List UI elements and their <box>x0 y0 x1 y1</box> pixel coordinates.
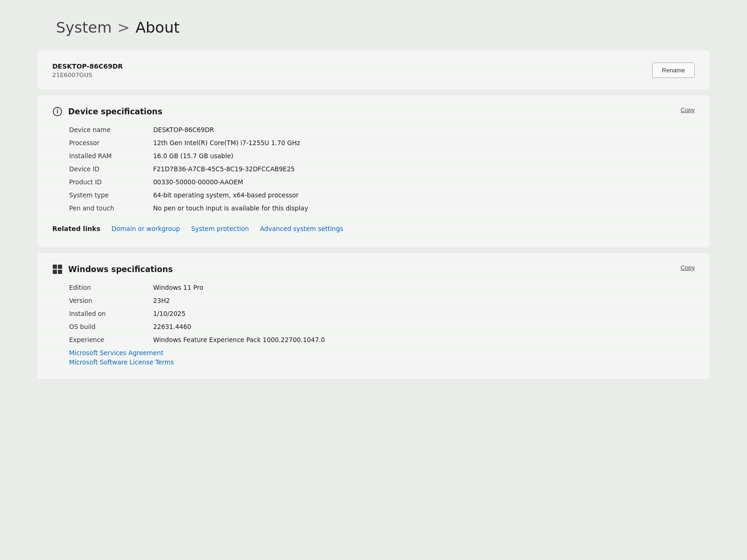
device-specs-table: Device nameDESKTOP-86C69DRProcessor12th … <box>52 126 695 212</box>
spec-row: EditionWindows 11 Pro <box>69 284 695 291</box>
spec-row: Version23H2 <box>69 297 695 304</box>
related-links-container: Domain or workgroupSystem protectionAdva… <box>112 225 343 232</box>
spec-label: Installed on <box>69 310 153 317</box>
device-specs-card: Copy i Device specifications Device name… <box>37 95 710 247</box>
spec-value: DESKTOP-86C69DR <box>153 126 214 133</box>
spec-label: Installed RAM <box>69 152 153 160</box>
ms-link[interactable]: Microsoft Software License Terms <box>69 358 695 366</box>
copy-windows-specs-button[interactable]: Copy <box>681 264 695 271</box>
spec-row: Pen and touchNo pen or touch input is av… <box>69 204 695 212</box>
breadcrumb-separator: > <box>117 19 130 36</box>
spec-value: 16.0 GB (15.7 GB usable) <box>153 152 233 160</box>
breadcrumb-system: System <box>56 19 112 36</box>
breadcrumb-about: About <box>135 19 180 36</box>
spec-value: 22631.4460 <box>153 323 191 330</box>
spec-value: 00330-50000-00000-AAOEM <box>153 178 243 186</box>
windows-specs-card: Copy Windows specifications EditionWindo… <box>37 253 710 379</box>
spec-label: Device name <box>69 126 153 133</box>
related-link[interactable]: Advanced system settings <box>260 225 343 232</box>
spec-label: Pen and touch <box>69 204 153 212</box>
windows-specs-title: Windows specifications <box>68 265 173 274</box>
spec-value: 12th Gen Intel(R) Core(TM) i7-1255U 1.70… <box>153 139 300 147</box>
spec-label: Device ID <box>69 165 153 173</box>
spec-value: No pen or touch input is available for t… <box>153 204 308 212</box>
spec-row: OS build22631.4460 <box>69 323 695 330</box>
windows-specs-table: EditionWindows 11 ProVersion23H2Installe… <box>52 284 695 343</box>
spec-label: Processor <box>69 139 153 147</box>
spec-row: System type64-bit operating system, x64-… <box>69 191 695 199</box>
spec-label: System type <box>69 191 153 199</box>
spec-value: F21D7B36-A7CB-45C5-8C19-32DFCCAB9E25 <box>153 165 295 173</box>
spec-value: 1/10/2025 <box>153 310 185 317</box>
spec-row: Installed RAM16.0 GB (15.7 GB usable) <box>69 152 695 160</box>
spec-label: OS build <box>69 323 153 330</box>
ms-link[interactable]: Microsoft Services Agreement <box>69 349 695 357</box>
related-link[interactable]: Domain or workgroup <box>112 225 180 232</box>
device-specs-header: i Device specifications <box>52 106 695 117</box>
spec-value: 23H2 <box>153 297 170 304</box>
content-area: DESKTOP-86C69DR 21E6007GUS Rename Copy i… <box>0 46 747 403</box>
windows-specs-header: Windows specifications <box>52 264 695 274</box>
spec-row: Device nameDESKTOP-86C69DR <box>69 126 695 133</box>
device-name-info: DESKTOP-86C69DR 21E6007GUS <box>52 62 123 78</box>
device-model: 21E6007GUS <box>52 71 123 78</box>
device-hostname: DESKTOP-86C69DR <box>52 62 123 71</box>
device-name-card: DESKTOP-86C69DR 21E6007GUS Rename <box>37 50 710 90</box>
info-icon: i <box>52 106 63 117</box>
related-links-label: Related links <box>52 225 100 232</box>
page-header: System > About <box>0 0 747 46</box>
spec-value: Windows Feature Experience Pack 1000.227… <box>153 336 325 343</box>
related-links-row: Related links Domain or workgroupSystem … <box>52 221 695 236</box>
spec-row: ExperienceWindows Feature Experience Pac… <box>69 336 695 343</box>
breadcrumb: System > About <box>56 19 691 36</box>
spec-label: Experience <box>69 336 153 343</box>
spec-row: Installed on1/10/2025 <box>69 310 695 317</box>
copy-device-specs-button[interactable]: Copy <box>681 106 695 113</box>
spec-value: Windows 11 Pro <box>153 284 203 291</box>
device-specs-title: Device specifications <box>68 107 162 116</box>
ms-links-container: Microsoft Services AgreementMicrosoft So… <box>52 349 695 366</box>
spec-label: Version <box>69 297 153 304</box>
rename-button[interactable]: Rename <box>652 63 695 78</box>
spec-label: Edition <box>69 284 153 291</box>
spec-label: Product ID <box>69 178 153 186</box>
spec-row: Device IDF21D7B36-A7CB-45C5-8C19-32DFCCA… <box>69 165 695 173</box>
related-link[interactable]: System protection <box>191 225 249 232</box>
windows-icon <box>52 264 63 274</box>
spec-row: Product ID00330-50000-00000-AAOEM <box>69 178 695 186</box>
spec-value: 64-bit operating system, x64-based proce… <box>153 191 299 199</box>
spec-row: Processor12th Gen Intel(R) Core(TM) i7-1… <box>69 139 695 147</box>
